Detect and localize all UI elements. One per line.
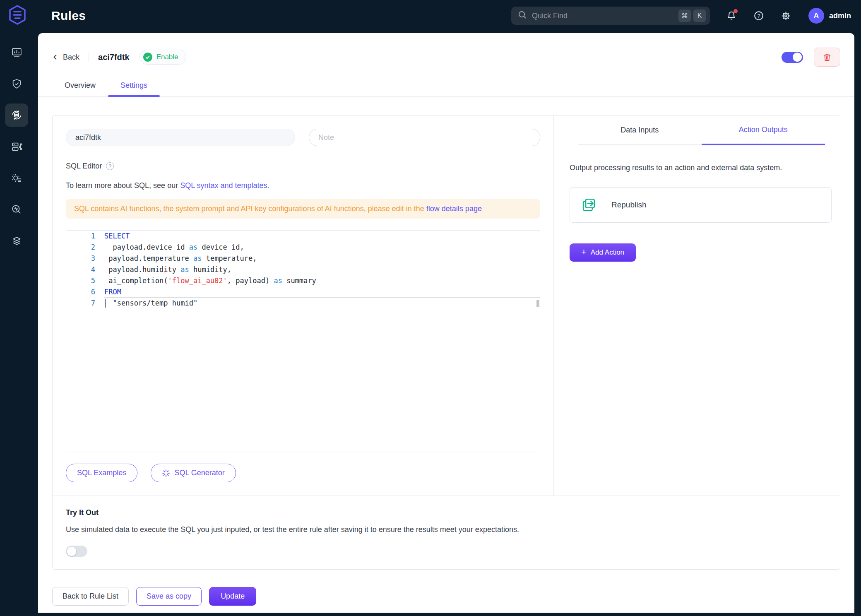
- action-outputs-description: Output processing results to an action a…: [570, 164, 825, 172]
- settings-button[interactable]: [780, 10, 792, 22]
- add-action-label: Add Action: [591, 248, 624, 257]
- avatar[interactable]: A: [808, 8, 824, 24]
- app-root: { "theme": { "accent": "#6358f5", "succe…: [0, 0, 861, 616]
- status-badge: Enable: [139, 50, 186, 65]
- status-label: Enable: [156, 53, 178, 61]
- try-it-out-toggle[interactable]: [66, 546, 87, 557]
- code-line-5[interactable]: 5 ai_completion('flow_ai_au02', payload)…: [66, 275, 540, 286]
- io-tabs: Data Inputs Action Outputs: [578, 116, 825, 145]
- sql-examples-label: SQL Examples: [77, 469, 126, 477]
- dashboard-icon: [11, 47, 22, 58]
- diagnose-icon: [11, 204, 22, 215]
- flow-details-link[interactable]: flow details page: [426, 205, 482, 213]
- tab-overview[interactable]: Overview: [52, 77, 108, 96]
- rule-tabs: Overview Settings: [38, 77, 854, 97]
- sidebar-item-integration[interactable]: [5, 135, 28, 158]
- sidebar: [0, 31, 33, 616]
- help-icon: ?: [753, 10, 764, 21]
- sparkle-icon: [162, 469, 170, 477]
- try-it-out-title: Try It Out: [66, 508, 827, 517]
- rule-enabled-toggle[interactable]: [782, 52, 803, 63]
- search-input[interactable]: Quick Find ⌘ K: [511, 7, 710, 25]
- server-share-icon: [11, 141, 22, 152]
- tab-data-inputs[interactable]: Data Inputs: [578, 116, 702, 145]
- search-placeholder: Quick Find: [532, 12, 676, 20]
- ai-warning-banner: SQL contains AI functions, the system pr…: [66, 199, 540, 219]
- username-label: admin: [829, 12, 851, 20]
- sql-code-editor[interactable]: 1SELECT2 payload.device_id as device_id,…: [66, 230, 540, 452]
- footer-actions: Back to Rule List Save as copy Update: [52, 587, 840, 606]
- code-line-2[interactable]: 2 payload.device_id as device_id,: [66, 242, 540, 253]
- chevron-left-icon: [52, 54, 59, 60]
- app-logo-icon: [8, 5, 26, 26]
- code-line-7[interactable]: 7 "sensors/temp_humid": [66, 298, 540, 309]
- try-it-out-section: Try It Out Use simulated data to execute…: [53, 496, 840, 569]
- back-link[interactable]: Back: [52, 53, 79, 62]
- ai-warning-text: SQL contains AI functions, the system pr…: [74, 205, 426, 213]
- notification-dot: [734, 9, 738, 13]
- search-icon: [518, 10, 527, 21]
- tab-settings[interactable]: Settings: [108, 77, 160, 96]
- save-as-copy-button[interactable]: Save as copy: [136, 587, 202, 606]
- republish-label: Republish: [611, 200, 647, 209]
- rule-id: aci7fdtk: [98, 53, 130, 62]
- page-title: Rules: [51, 9, 86, 23]
- sql-help-icon[interactable]: ?: [106, 162, 114, 170]
- sql-learn-row: To learn more about SQL, see our SQL syn…: [66, 181, 540, 190]
- sql-syntax-link[interactable]: SQL syntax and templates.: [180, 181, 269, 190]
- sidebar-item-management[interactable]: [5, 166, 28, 190]
- gear-list-icon: [11, 173, 22, 184]
- shortcut-k-key: K: [693, 10, 706, 22]
- sql-examples-button[interactable]: SQL Examples: [66, 464, 137, 482]
- add-action-button[interactable]: + Add Action: [570, 243, 636, 262]
- back-label: Back: [63, 53, 79, 62]
- sql-generator-button[interactable]: SQL Generator: [151, 464, 236, 482]
- shield-check-icon: [11, 78, 22, 89]
- sidebar-item-diagnose[interactable]: [5, 198, 28, 221]
- io-panel: Data Inputs Action Outputs Output proces…: [554, 116, 840, 496]
- delete-rule-button[interactable]: [814, 48, 840, 67]
- tab-action-outputs[interactable]: Action Outputs: [702, 116, 825, 145]
- plus-icon: +: [581, 248, 587, 257]
- svg-text:?: ?: [757, 13, 760, 19]
- back-to-rule-list-button[interactable]: Back to Rule List: [52, 587, 129, 606]
- layers-icon: [11, 236, 22, 247]
- sidebar-item-dashboard[interactable]: [5, 41, 28, 64]
- note-input[interactable]: [309, 129, 540, 146]
- data-rules-icon: [11, 109, 22, 121]
- sql-editor-label: SQL Editor: [66, 162, 102, 171]
- republish-action-card[interactable]: Republish: [570, 187, 832, 223]
- gear-icon: [780, 10, 791, 22]
- check-circle-icon: [143, 53, 152, 62]
- notifications-button[interactable]: [726, 10, 737, 22]
- help-button[interactable]: ?: [753, 10, 765, 22]
- sidebar-item-rules[interactable]: [5, 103, 28, 127]
- code-line-6[interactable]: 6FROM: [66, 286, 540, 298]
- topbar: Rules Quick Find ⌘ K ? A admin: [0, 0, 861, 31]
- sql-panel: SQL Editor ? To learn more about SQL, se…: [53, 116, 554, 496]
- sql-generator-label: SQL Generator: [174, 469, 224, 477]
- trash-icon: [822, 52, 832, 62]
- update-button[interactable]: Update: [209, 587, 256, 606]
- sidebar-item-extensions[interactable]: [5, 229, 28, 253]
- sql-learn-text: To learn more about SQL, see our: [66, 181, 180, 190]
- header-divider: [89, 53, 89, 62]
- code-line-4[interactable]: 4 payload.humidity as humidity,: [66, 264, 540, 275]
- shortcut-cmd-key: ⌘: [678, 10, 691, 22]
- code-line-1[interactable]: 1SELECT: [66, 231, 540, 242]
- rule-header: Back aci7fdtk Enable: [52, 48, 840, 66]
- sidebar-item-access-control[interactable]: [5, 72, 28, 95]
- republish-icon: [581, 197, 596, 213]
- code-line-3[interactable]: 3 payload.temperature as temperature,: [66, 253, 540, 264]
- settings-box: SQL Editor ? To learn more about SQL, se…: [52, 115, 840, 570]
- main-content-card: Back aci7fdtk Enable Overview Settings: [38, 33, 854, 613]
- try-it-out-description: Use simulated data to execute the SQL yo…: [66, 525, 827, 534]
- rule-name-input[interactable]: [66, 129, 295, 146]
